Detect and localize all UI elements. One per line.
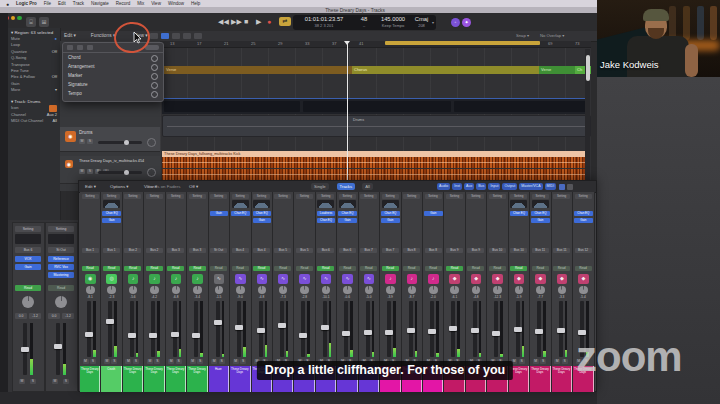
arrange-menu-functions[interactable]: Functions ▾ <box>91 33 116 38</box>
output-slot[interactable]: Bus 5 <box>296 248 313 253</box>
volume-fader[interactable] <box>194 301 198 357</box>
solo-button[interactable]: S <box>562 359 568 364</box>
marker-segment[interactable]: Verse <box>539 66 578 74</box>
solo-button[interactable]: S <box>90 359 96 364</box>
channel-name-label[interactable]: These Dreary Days <box>230 366 250 392</box>
cycle-region[interactable] <box>385 41 540 45</box>
output-slot[interactable]: Bus 8 <box>425 248 442 253</box>
track-pan-knob[interactable] <box>147 138 156 147</box>
strip-width-icon[interactable] <box>559 184 565 190</box>
scissors-tool-icon[interactable] <box>183 33 191 39</box>
setting-button[interactable]: Setting <box>489 194 506 199</box>
track-icon[interactable]: ◉ <box>65 160 73 168</box>
output-slot[interactable]: Bus 11 <box>532 248 549 253</box>
eq-thumbnail[interactable] <box>317 200 334 208</box>
lcd-position[interactable]: 01:01:01:23.57 38 2 3 201 <box>293 15 355 30</box>
audio-fx-slot[interactable]: Chan EQ <box>102 211 121 216</box>
fader-cap[interactable] <box>492 331 500 336</box>
volume-fader[interactable] <box>409 301 413 357</box>
automation-mode-button[interactable]: Read <box>360 266 377 271</box>
setting-button[interactable]: Setting <box>446 194 463 199</box>
setting-button[interactable]: Setting <box>532 194 549 199</box>
pan-knob[interactable] <box>172 286 181 295</box>
menu-item-edit[interactable]: Edit <box>58 1 66 6</box>
track-param-row[interactable]: Icon <box>8 105 60 112</box>
automation-mode-button[interactable]: Read <box>296 266 313 271</box>
eq-thumbnail[interactable] <box>103 200 120 208</box>
mute-button[interactable]: M <box>533 359 539 364</box>
setting-button[interactable]: Setting <box>403 194 420 199</box>
audio-fx-slot[interactable]: Gain <box>338 218 357 223</box>
automation-mode-button[interactable]: Read <box>553 266 570 271</box>
pan-knob[interactable] <box>86 286 95 295</box>
drums-stack-region[interactable]: Drums <box>162 115 591 137</box>
fader-cap[interactable] <box>214 320 222 325</box>
setting-button[interactable]: Setting <box>253 194 270 199</box>
pan-knob[interactable] <box>558 286 567 295</box>
mute-button[interactable]: M <box>211 359 217 364</box>
filter-midi[interactable]: MIDI <box>545 183 557 190</box>
volume-fader[interactable] <box>344 301 348 357</box>
output-slot[interactable]: Bus 1 <box>82 248 99 253</box>
filter-input[interactable]: Input <box>488 183 500 190</box>
pan-knob[interactable] <box>258 286 267 295</box>
automation-mode-button[interactable]: Read <box>339 266 356 271</box>
output-slot[interactable]: St Out <box>210 248 227 253</box>
volume-fader[interactable] <box>494 301 498 357</box>
automation-mode-button[interactable]: Read <box>274 266 291 271</box>
pan-knob[interactable] <box>215 286 224 295</box>
audio-fx-slot[interactable]: Reference <box>48 256 74 262</box>
setting-button[interactable]: Setting <box>82 194 99 199</box>
mute-button[interactable]: M <box>190 359 196 364</box>
setting-button[interactable]: Setting <box>510 194 527 199</box>
menu-item-record[interactable]: Record <box>116 1 131 6</box>
output-slot[interactable]: Bus 2 <box>146 248 163 253</box>
solo-button[interactable]: S <box>133 359 139 364</box>
channel-name-label[interactable]: These Dreary Days <box>80 366 100 392</box>
audio-fx-slot[interactable]: Chan EQ <box>381 211 400 216</box>
filter-output[interactable]: Output <box>502 183 517 190</box>
audio-fx-slot[interactable]: RVC Vox <box>48 264 74 270</box>
solo-icon[interactable] <box>87 45 93 50</box>
automation-mode-button[interactable]: Read <box>446 266 463 271</box>
notes-button[interactable]: ✦ <box>462 18 471 27</box>
volume-fader[interactable] <box>430 301 434 357</box>
setting-button[interactable]: Setting <box>360 194 377 199</box>
mute-button[interactable]: M <box>554 359 560 364</box>
output-slot[interactable]: Bus 6 <box>339 248 356 253</box>
pan-knob[interactable] <box>408 286 417 295</box>
pan-knob[interactable] <box>493 286 502 295</box>
fader-cap[interactable] <box>278 323 286 328</box>
channel-name-label[interactable]: These Dreary Days <box>166 366 186 392</box>
volume-fader[interactable] <box>366 301 370 357</box>
pan-knob[interactable] <box>107 286 116 295</box>
volume-fader[interactable] <box>301 301 305 357</box>
track-name[interactable]: These Dreary Days_iv_multitracks 454 <box>79 159 157 163</box>
fader-cap[interactable] <box>21 347 29 352</box>
setting-button[interactable]: Setting <box>189 194 206 199</box>
mixer-view-single[interactable]: Single <box>311 183 329 190</box>
mixer-view-all[interactable]: All <box>362 183 373 190</box>
eq-thumbnail[interactable] <box>382 200 399 208</box>
setting-button[interactable]: Setting <box>124 194 141 199</box>
apple-menu-icon[interactable]: ● <box>6 1 9 7</box>
global-track-toggle[interactable] <box>151 73 158 80</box>
menu-item-track[interactable]: Track <box>73 1 84 6</box>
automation-mode-button[interactable]: Read <box>317 266 334 271</box>
scrollbar-thumb[interactable] <box>586 55 590 81</box>
automation-mode-button[interactable]: Read <box>48 285 74 291</box>
automation-mode-button[interactable]: Read <box>15 285 41 291</box>
fader-cap[interactable] <box>235 325 243 330</box>
rewind-button[interactable]: ◀◀ <box>218 18 229 26</box>
global-track-toggle[interactable] <box>151 55 158 62</box>
solo-button[interactable]: S <box>111 359 117 364</box>
pan-knob[interactable] <box>236 286 245 295</box>
record-button[interactable]: ● <box>267 18 271 26</box>
menu-item-help[interactable]: Help <box>191 1 200 6</box>
mute-button[interactable]: M <box>233 359 239 364</box>
fader-cap[interactable] <box>449 326 457 331</box>
lcd-tempo[interactable]: 145.0000 Keep Tempo <box>373 15 413 30</box>
audio-fx-slot[interactable]: Gain <box>253 218 272 223</box>
zoom-tool-icon[interactable] <box>161 33 169 39</box>
pan-knob[interactable] <box>579 286 588 295</box>
